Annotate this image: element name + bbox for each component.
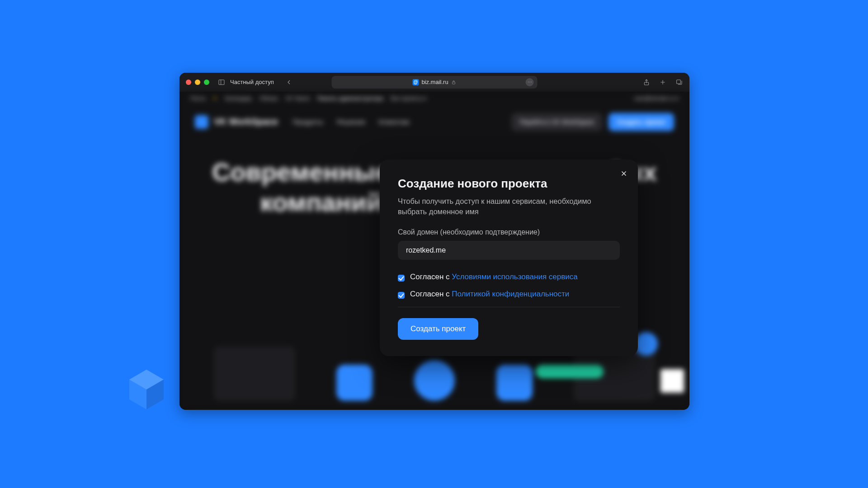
domain-input[interactable] bbox=[398, 241, 620, 260]
terms-checkbox-row[interactable]: Согласен с Условиями использования серви… bbox=[398, 272, 620, 282]
titlebar: Частный доступ @ biz.mail.ru ⋯ bbox=[179, 73, 689, 92]
close-window-dot[interactable] bbox=[186, 80, 191, 85]
private-browsing-label: Частный доступ bbox=[230, 79, 274, 85]
minimize-window-dot[interactable] bbox=[195, 80, 200, 85]
terms-checkbox[interactable] bbox=[398, 275, 405, 282]
svg-rect-6 bbox=[677, 80, 681, 84]
create-project-button[interactable]: Создать проект bbox=[398, 318, 478, 340]
site-favicon: @ bbox=[412, 79, 419, 85]
terms-prefix: Согласен с bbox=[410, 272, 452, 281]
address-bar[interactable]: @ biz.mail.ru ⋯ bbox=[332, 76, 538, 89]
svg-rect-2 bbox=[453, 82, 455, 84]
watermark-logo-icon bbox=[124, 367, 169, 412]
lock-icon bbox=[451, 80, 457, 85]
url-text: biz.mail.ru bbox=[421, 79, 448, 85]
divider bbox=[398, 307, 620, 307]
svg-rect-0 bbox=[219, 80, 224, 84]
back-icon[interactable] bbox=[285, 78, 293, 86]
privacy-checkbox-row[interactable]: Согласен с Политикой конфиденциальности bbox=[398, 290, 620, 299]
modal-title: Создание нового проекта bbox=[398, 177, 620, 191]
tabs-overview-icon[interactable] bbox=[675, 78, 683, 86]
zoom-window-dot[interactable] bbox=[204, 80, 209, 85]
modal-subtitle: Чтобы получить доступ к нашим сервисам, … bbox=[398, 196, 620, 218]
privacy-prefix: Согласен с bbox=[410, 290, 452, 298]
browser-window: Частный доступ @ biz.mail.ru ⋯ bbox=[179, 73, 689, 410]
share-icon[interactable] bbox=[642, 78, 651, 86]
sidebar-toggle-icon[interactable] bbox=[217, 78, 226, 86]
create-project-modal: Создание нового проекта Чтобы получить д… bbox=[380, 160, 638, 357]
close-icon[interactable] bbox=[618, 168, 630, 179]
domain-field-label: Свой домен (необходимо подтверждение) bbox=[398, 228, 620, 236]
window-controls bbox=[186, 80, 209, 85]
page-actions-icon[interactable]: ⋯ bbox=[526, 78, 534, 86]
privacy-checkbox[interactable] bbox=[398, 292, 405, 299]
privacy-link[interactable]: Политикой конфиденциальности bbox=[452, 290, 569, 298]
new-tab-icon[interactable] bbox=[659, 78, 667, 86]
terms-link[interactable]: Условиями использования сервиса bbox=[452, 272, 577, 281]
